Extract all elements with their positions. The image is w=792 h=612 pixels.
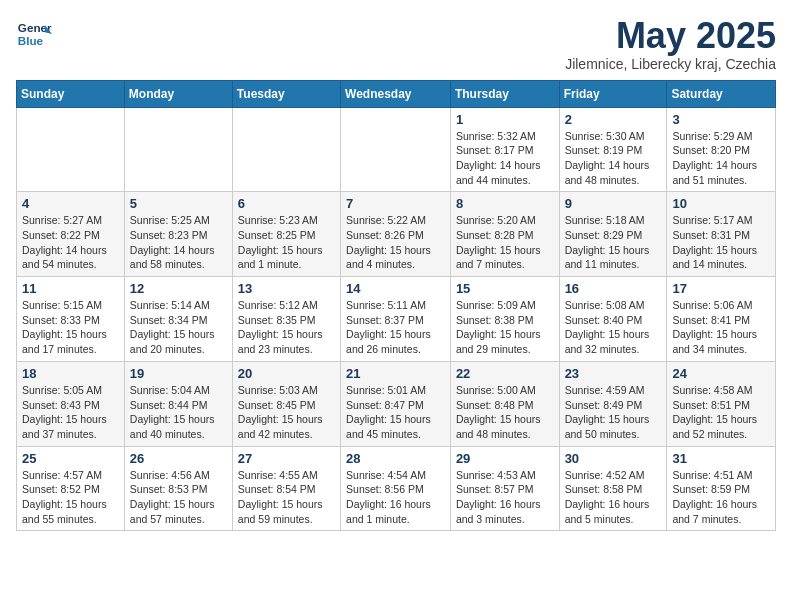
day-info: Sunrise: 5:03 AM Sunset: 8:45 PM Dayligh… <box>238 383 335 442</box>
logo: General Blue <box>16 16 52 52</box>
day-number: 2 <box>565 112 662 127</box>
calendar-cell: 17Sunrise: 5:06 AM Sunset: 8:41 PM Dayli… <box>667 277 776 362</box>
day-info: Sunrise: 5:32 AM Sunset: 8:17 PM Dayligh… <box>456 129 554 188</box>
calendar-cell: 24Sunrise: 4:58 AM Sunset: 8:51 PM Dayli… <box>667 361 776 446</box>
day-info: Sunrise: 5:04 AM Sunset: 8:44 PM Dayligh… <box>130 383 227 442</box>
calendar-week-row: 11Sunrise: 5:15 AM Sunset: 8:33 PM Dayli… <box>17 277 776 362</box>
weekday-header-wednesday: Wednesday <box>341 80 451 107</box>
calendar-cell: 31Sunrise: 4:51 AM Sunset: 8:59 PM Dayli… <box>667 446 776 531</box>
day-number: 28 <box>346 451 445 466</box>
day-number: 22 <box>456 366 554 381</box>
calendar-cell: 22Sunrise: 5:00 AM Sunset: 8:48 PM Dayli… <box>450 361 559 446</box>
day-number: 27 <box>238 451 335 466</box>
day-number: 26 <box>130 451 227 466</box>
calendar-subtitle: Jilemnice, Liberecky kraj, Czechia <box>565 56 776 72</box>
day-info: Sunrise: 5:08 AM Sunset: 8:40 PM Dayligh… <box>565 298 662 357</box>
calendar-cell: 13Sunrise: 5:12 AM Sunset: 8:35 PM Dayli… <box>232 277 340 362</box>
day-info: Sunrise: 5:09 AM Sunset: 8:38 PM Dayligh… <box>456 298 554 357</box>
day-number: 16 <box>565 281 662 296</box>
calendar-cell: 10Sunrise: 5:17 AM Sunset: 8:31 PM Dayli… <box>667 192 776 277</box>
day-number: 1 <box>456 112 554 127</box>
day-number: 31 <box>672 451 770 466</box>
day-number: 7 <box>346 196 445 211</box>
calendar-cell: 12Sunrise: 5:14 AM Sunset: 8:34 PM Dayli… <box>124 277 232 362</box>
day-info: Sunrise: 5:20 AM Sunset: 8:28 PM Dayligh… <box>456 213 554 272</box>
calendar-cell: 14Sunrise: 5:11 AM Sunset: 8:37 PM Dayli… <box>341 277 451 362</box>
day-number: 4 <box>22 196 119 211</box>
calendar-cell: 27Sunrise: 4:55 AM Sunset: 8:54 PM Dayli… <box>232 446 340 531</box>
calendar-cell: 3Sunrise: 5:29 AM Sunset: 8:20 PM Daylig… <box>667 107 776 192</box>
day-info: Sunrise: 4:59 AM Sunset: 8:49 PM Dayligh… <box>565 383 662 442</box>
day-info: Sunrise: 5:15 AM Sunset: 8:33 PM Dayligh… <box>22 298 119 357</box>
day-number: 6 <box>238 196 335 211</box>
day-info: Sunrise: 5:25 AM Sunset: 8:23 PM Dayligh… <box>130 213 227 272</box>
day-info: Sunrise: 5:18 AM Sunset: 8:29 PM Dayligh… <box>565 213 662 272</box>
day-number: 12 <box>130 281 227 296</box>
day-number: 10 <box>672 196 770 211</box>
day-number: 5 <box>130 196 227 211</box>
day-number: 19 <box>130 366 227 381</box>
day-number: 9 <box>565 196 662 211</box>
day-info: Sunrise: 5:05 AM Sunset: 8:43 PM Dayligh… <box>22 383 119 442</box>
calendar-cell: 4Sunrise: 5:27 AM Sunset: 8:22 PM Daylig… <box>17 192 125 277</box>
day-number: 25 <box>22 451 119 466</box>
calendar-cell <box>341 107 451 192</box>
page-header: General Blue May 2025 Jilemnice, Liberec… <box>16 16 776 72</box>
svg-text:Blue: Blue <box>18 34 44 47</box>
weekday-header-tuesday: Tuesday <box>232 80 340 107</box>
calendar-week-row: 1Sunrise: 5:32 AM Sunset: 8:17 PM Daylig… <box>17 107 776 192</box>
day-info: Sunrise: 4:56 AM Sunset: 8:53 PM Dayligh… <box>130 468 227 527</box>
weekday-header-saturday: Saturday <box>667 80 776 107</box>
day-info: Sunrise: 4:51 AM Sunset: 8:59 PM Dayligh… <box>672 468 770 527</box>
day-number: 20 <box>238 366 335 381</box>
calendar-cell: 23Sunrise: 4:59 AM Sunset: 8:49 PM Dayli… <box>559 361 667 446</box>
calendar-cell <box>17 107 125 192</box>
calendar-title: May 2025 <box>565 16 776 56</box>
day-info: Sunrise: 5:14 AM Sunset: 8:34 PM Dayligh… <box>130 298 227 357</box>
weekday-header-monday: Monday <box>124 80 232 107</box>
day-info: Sunrise: 4:52 AM Sunset: 8:58 PM Dayligh… <box>565 468 662 527</box>
calendar-cell: 5Sunrise: 5:25 AM Sunset: 8:23 PM Daylig… <box>124 192 232 277</box>
calendar-cell: 20Sunrise: 5:03 AM Sunset: 8:45 PM Dayli… <box>232 361 340 446</box>
day-number: 24 <box>672 366 770 381</box>
day-number: 23 <box>565 366 662 381</box>
day-number: 29 <box>456 451 554 466</box>
calendar-cell: 6Sunrise: 5:23 AM Sunset: 8:25 PM Daylig… <box>232 192 340 277</box>
day-number: 30 <box>565 451 662 466</box>
calendar-cell: 9Sunrise: 5:18 AM Sunset: 8:29 PM Daylig… <box>559 192 667 277</box>
day-info: Sunrise: 5:12 AM Sunset: 8:35 PM Dayligh… <box>238 298 335 357</box>
day-info: Sunrise: 5:11 AM Sunset: 8:37 PM Dayligh… <box>346 298 445 357</box>
day-info: Sunrise: 5:29 AM Sunset: 8:20 PM Dayligh… <box>672 129 770 188</box>
day-info: Sunrise: 5:17 AM Sunset: 8:31 PM Dayligh… <box>672 213 770 272</box>
calendar-week-row: 18Sunrise: 5:05 AM Sunset: 8:43 PM Dayli… <box>17 361 776 446</box>
day-number: 14 <box>346 281 445 296</box>
day-info: Sunrise: 4:53 AM Sunset: 8:57 PM Dayligh… <box>456 468 554 527</box>
calendar-cell: 11Sunrise: 5:15 AM Sunset: 8:33 PM Dayli… <box>17 277 125 362</box>
day-number: 17 <box>672 281 770 296</box>
calendar-cell: 26Sunrise: 4:56 AM Sunset: 8:53 PM Dayli… <box>124 446 232 531</box>
day-info: Sunrise: 5:30 AM Sunset: 8:19 PM Dayligh… <box>565 129 662 188</box>
calendar-week-row: 25Sunrise: 4:57 AM Sunset: 8:52 PM Dayli… <box>17 446 776 531</box>
weekday-header-row: SundayMondayTuesdayWednesdayThursdayFrid… <box>17 80 776 107</box>
calendar-week-row: 4Sunrise: 5:27 AM Sunset: 8:22 PM Daylig… <box>17 192 776 277</box>
calendar-cell: 21Sunrise: 5:01 AM Sunset: 8:47 PM Dayli… <box>341 361 451 446</box>
day-number: 21 <box>346 366 445 381</box>
calendar-cell: 1Sunrise: 5:32 AM Sunset: 8:17 PM Daylig… <box>450 107 559 192</box>
day-info: Sunrise: 4:58 AM Sunset: 8:51 PM Dayligh… <box>672 383 770 442</box>
calendar-cell: 28Sunrise: 4:54 AM Sunset: 8:56 PM Dayli… <box>341 446 451 531</box>
day-info: Sunrise: 5:27 AM Sunset: 8:22 PM Dayligh… <box>22 213 119 272</box>
calendar-cell <box>232 107 340 192</box>
weekday-header-friday: Friday <box>559 80 667 107</box>
day-info: Sunrise: 5:23 AM Sunset: 8:25 PM Dayligh… <box>238 213 335 272</box>
day-number: 15 <box>456 281 554 296</box>
day-number: 11 <box>22 281 119 296</box>
day-info: Sunrise: 5:01 AM Sunset: 8:47 PM Dayligh… <box>346 383 445 442</box>
calendar-table: SundayMondayTuesdayWednesdayThursdayFrid… <box>16 80 776 532</box>
day-number: 13 <box>238 281 335 296</box>
calendar-cell: 25Sunrise: 4:57 AM Sunset: 8:52 PM Dayli… <box>17 446 125 531</box>
calendar-cell: 30Sunrise: 4:52 AM Sunset: 8:58 PM Dayli… <box>559 446 667 531</box>
calendar-cell: 2Sunrise: 5:30 AM Sunset: 8:19 PM Daylig… <box>559 107 667 192</box>
calendar-cell <box>124 107 232 192</box>
calendar-cell: 15Sunrise: 5:09 AM Sunset: 8:38 PM Dayli… <box>450 277 559 362</box>
calendar-cell: 8Sunrise: 5:20 AM Sunset: 8:28 PM Daylig… <box>450 192 559 277</box>
